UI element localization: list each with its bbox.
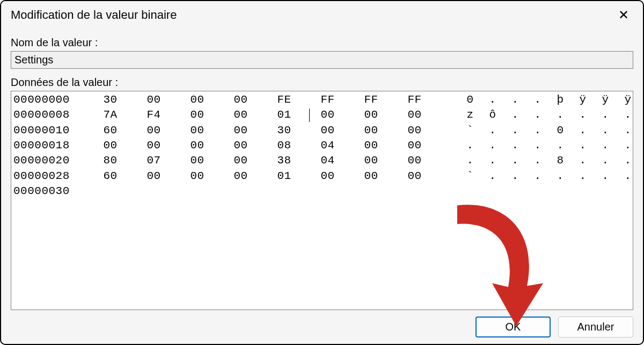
hex-byte[interactable]: 00 — [175, 138, 219, 153]
ascii-char[interactable]: . — [459, 138, 481, 153]
ascii-char[interactable]: . — [594, 169, 617, 184]
value-name-input[interactable] — [11, 51, 633, 69]
ascii-char[interactable]: . — [504, 92, 526, 107]
ascii-char[interactable]: . — [481, 123, 504, 138]
hex-byte[interactable]: 08 — [262, 138, 306, 153]
ascii-char[interactable]: ` — [459, 123, 481, 138]
ascii-char[interactable]: 8 — [549, 153, 572, 168]
hex-byte[interactable]: 00 — [306, 169, 349, 184]
ascii-char[interactable]: 0 — [459, 92, 481, 107]
ascii-char[interactable]: . — [617, 107, 633, 123]
ascii-char[interactable]: ÿ — [617, 92, 633, 107]
hex-byte[interactable]: 00 — [393, 169, 436, 184]
hex-byte[interactable]: 00 — [219, 107, 262, 123]
ascii-char[interactable]: z — [459, 107, 481, 123]
ascii-char[interactable]: . — [572, 169, 594, 184]
ascii-char[interactable]: . — [526, 153, 549, 168]
ascii-char[interactable]: . — [504, 138, 526, 153]
hex-byte[interactable]: FE — [262, 92, 306, 107]
hex-byte[interactable]: 00 — [132, 92, 175, 107]
ascii-char[interactable]: . — [481, 138, 504, 153]
ascii-char[interactable]: . — [572, 138, 594, 153]
hex-byte[interactable]: 04 — [306, 138, 349, 153]
ascii-char[interactable]: 0 — [549, 123, 572, 138]
hex-byte[interactable]: 00 — [175, 153, 219, 168]
ascii-char[interactable]: . — [481, 153, 504, 168]
hex-byte[interactable]: 00 — [219, 153, 262, 168]
hex-byte[interactable]: 00 — [306, 123, 349, 138]
ascii-char[interactable]: . — [594, 138, 617, 153]
close-icon[interactable]: ✕ — [614, 6, 633, 24]
ascii-char[interactable]: . — [526, 138, 549, 153]
hex-byte[interactable]: 00 — [219, 169, 262, 184]
hex-byte[interactable]: 7A — [89, 107, 132, 123]
hex-byte[interactable]: 00 — [219, 92, 262, 107]
ascii-char[interactable]: . — [594, 153, 617, 168]
hex-byte[interactable]: 00 — [219, 138, 262, 153]
ascii-char[interactable]: þ — [549, 92, 572, 107]
ascii-char[interactable]: ÿ — [594, 92, 617, 107]
ok-button[interactable]: OK — [475, 317, 551, 337]
cancel-button[interactable]: Annuler — [558, 317, 633, 337]
ascii-char[interactable]: . — [459, 153, 481, 168]
ascii-char[interactable]: . — [526, 169, 549, 184]
hex-byte[interactable]: FF — [393, 92, 436, 107]
hex-byte[interactable]: 00 — [393, 123, 436, 138]
ascii-char[interactable]: . — [504, 169, 526, 184]
hex-byte[interactable]: 00 — [393, 138, 436, 153]
ascii-char[interactable]: . — [526, 107, 549, 123]
ascii-char[interactable]: . — [594, 107, 617, 123]
hex-byte[interactable]: 00 — [175, 92, 219, 107]
hex-byte[interactable]: 00 — [175, 123, 219, 138]
hex-byte[interactable]: 38 — [262, 153, 306, 168]
hex-byte[interactable]: 00 — [219, 123, 262, 138]
hex-byte[interactable]: 00 — [89, 138, 132, 153]
hex-byte[interactable]: 04 — [306, 153, 349, 168]
hex-byte[interactable]: 80 — [89, 153, 132, 168]
ascii-char[interactable]: . — [481, 169, 504, 184]
ascii-char[interactable]: . — [526, 92, 549, 107]
ascii-char[interactable]: . — [504, 123, 526, 138]
hex-byte[interactable]: F4 — [132, 107, 175, 123]
hex-byte[interactable]: 00 — [393, 107, 436, 123]
hex-editor[interactable]: 0000000030000000FEFFFFFF0...þÿÿÿ00000008… — [11, 91, 633, 310]
hex-byte[interactable]: 01 — [262, 169, 306, 184]
ascii-char[interactable]: . — [617, 123, 633, 138]
ascii-char[interactable]: ` — [459, 169, 481, 184]
hex-byte[interactable]: 00 — [349, 107, 393, 123]
hex-byte[interactable]: 00 — [132, 169, 175, 184]
hex-byte[interactable]: 30 — [89, 92, 132, 107]
hex-byte[interactable]: FF — [349, 92, 393, 107]
ascii-char[interactable]: . — [504, 153, 526, 168]
hex-byte[interactable]: 00 — [132, 138, 175, 153]
ascii-char[interactable]: . — [481, 92, 504, 107]
ascii-char[interactable]: . — [504, 107, 526, 123]
ascii-char[interactable]: . — [549, 169, 572, 184]
hex-byte[interactable]: 00 — [349, 153, 393, 168]
ascii-char[interactable]: ô — [481, 107, 504, 123]
hex-byte[interactable]: 00 — [175, 169, 219, 184]
hex-byte[interactable]: 60 — [89, 123, 132, 138]
ascii-char[interactable]: . — [526, 123, 549, 138]
hex-byte[interactable]: 00 — [306, 107, 349, 123]
hex-byte[interactable]: 00 — [349, 123, 393, 138]
hex-byte[interactable]: FF — [306, 92, 349, 107]
ascii-char[interactable]: . — [572, 153, 594, 168]
ascii-char[interactable]: . — [617, 169, 633, 184]
ascii-char[interactable]: . — [617, 138, 633, 153]
ascii-char[interactable]: . — [572, 107, 594, 123]
hex-byte[interactable]: 00 — [132, 123, 175, 138]
ascii-char[interactable]: ÿ — [572, 92, 594, 107]
hex-byte[interactable]: 00 — [393, 153, 436, 168]
hex-byte[interactable]: 00 — [175, 107, 219, 123]
hex-byte[interactable]: 60 — [89, 169, 132, 184]
hex-byte[interactable]: 00 — [349, 138, 393, 153]
hex-byte[interactable]: 07 — [132, 153, 175, 168]
hex-byte[interactable]: 01 — [262, 107, 306, 123]
ascii-char[interactable]: . — [594, 123, 617, 138]
hex-byte[interactable]: 30 — [262, 123, 306, 138]
hex-byte[interactable]: 00 — [349, 169, 393, 184]
ascii-char[interactable]: . — [572, 123, 594, 138]
ascii-char[interactable]: . — [549, 107, 572, 123]
ascii-char[interactable]: . — [549, 138, 572, 153]
